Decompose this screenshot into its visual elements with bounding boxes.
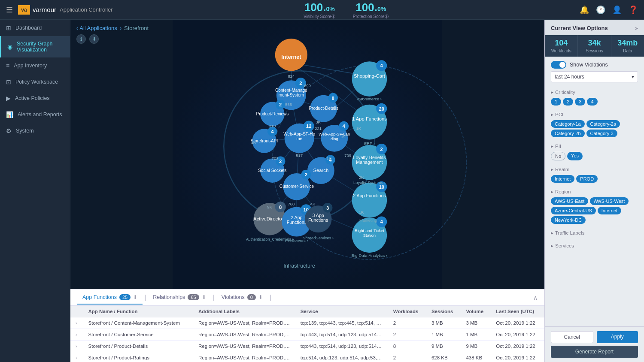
info-icon-btn[interactable]: ℹ bbox=[76, 34, 86, 44]
pci-arrow: ▸ bbox=[551, 112, 553, 118]
realm-chip-internet[interactable]: Internet bbox=[551, 175, 574, 183]
sidebar-item-dashboard[interactable]: ⊞ Dashboard bbox=[0, 20, 70, 36]
tab-app-functions[interactable]: App Functions 25 ⬇ bbox=[77, 291, 143, 305]
breadcrumb-all-apps[interactable]: ‹ All Applications bbox=[76, 25, 117, 31]
expand-btn[interactable]: › bbox=[70, 341, 83, 352]
pci-chip-cat3[interactable]: Category-3 bbox=[586, 130, 617, 137]
breadcrumb-current: Storefront bbox=[124, 25, 149, 31]
bell-icon[interactable]: 🔔 bbox=[580, 5, 589, 15]
bottom-panel-close[interactable]: ∧ bbox=[533, 294, 538, 301]
sidebar-item-alerts-reports[interactable]: 📊 Alerts and Reports bbox=[0, 106, 70, 123]
svg-text:Search: Search bbox=[313, 168, 329, 173]
pci-chip-cat2b[interactable]: Category-2b bbox=[551, 130, 585, 137]
download-icon-btn[interactable]: ⬇ bbox=[89, 34, 99, 44]
col-workloads[interactable]: Workloads bbox=[388, 306, 426, 317]
pii-label: PII bbox=[555, 144, 561, 149]
expand-btn[interactable]: › bbox=[70, 329, 83, 341]
cell-workloads: 2 bbox=[388, 352, 426, 362]
cell-labels: Region=AWS-US-West, Realm=PROD, Critical… bbox=[193, 341, 295, 352]
pci-header[interactable]: ▸ PCI bbox=[551, 112, 638, 118]
tab-violations[interactable]: Violations 0 ⬇ bbox=[216, 291, 268, 305]
services-header[interactable]: ▸ Services bbox=[551, 243, 638, 249]
cell-sessions: 9 MB bbox=[426, 341, 461, 352]
cell-service: tcp:514, udp:123, udp:514, udp:53, udp:8… bbox=[295, 352, 388, 362]
criticality-chip-1[interactable]: 1 bbox=[551, 98, 561, 106]
tab-relationships-label: Relationships bbox=[153, 294, 185, 300]
help-icon[interactable]: ❓ bbox=[629, 5, 638, 15]
region-chip-newyork[interactable]: NewYork-DC bbox=[551, 216, 586, 224]
download-tab-icon-3[interactable]: ⬇ bbox=[258, 294, 263, 300]
stat-sessions[interactable]: 34k Sessions bbox=[578, 35, 611, 57]
col-last-seen[interactable]: Last Seen (UTC) bbox=[491, 306, 544, 317]
menu-icon[interactable]: ☰ bbox=[6, 5, 13, 15]
time-dropdown[interactable]: last 24 hours ▾ bbox=[551, 71, 638, 82]
sidebar-label-system: System bbox=[16, 128, 34, 134]
download-tab-icon-2[interactable]: ⬇ bbox=[202, 294, 206, 300]
table-row[interactable]: › Storefront / Content-Management-System… bbox=[70, 317, 544, 329]
table-row[interactable]: › Storefront / Product-Details Region=AW… bbox=[70, 341, 544, 352]
expand-icon[interactable]: » bbox=[635, 25, 638, 31]
criticality-header[interactable]: ▸ Criticality bbox=[551, 89, 638, 95]
pci-chip-cat2a[interactable]: Category-2a bbox=[586, 120, 620, 128]
generate-report-button[interactable]: Generate Report bbox=[551, 346, 638, 358]
clock-icon[interactable]: 🕐 bbox=[596, 5, 605, 15]
sidebar-item-app-inventory[interactable]: ≡ App Inventory bbox=[0, 57, 70, 74]
svg-text:3K: 3K bbox=[316, 120, 321, 124]
table-row[interactable]: › Storefront / Customer-Service Region=A… bbox=[70, 329, 544, 341]
pci-chip-cat1a[interactable]: Category-1a bbox=[551, 120, 585, 128]
criticality-chip-2[interactable]: 2 bbox=[563, 98, 573, 106]
stat-data[interactable]: 34mb Data bbox=[611, 35, 644, 57]
pii-header[interactable]: ▸ PII bbox=[551, 143, 638, 149]
graph-section: ‹ All Applications › Storefront ℹ ⬇ bbox=[70, 20, 544, 289]
tab-relationships-count: 65 bbox=[188, 294, 199, 300]
region-chip-aws-east[interactable]: AWS-US-East bbox=[551, 197, 588, 205]
realm-chip-prod[interactable]: PROD bbox=[576, 175, 598, 183]
realm-header[interactable]: ▸ Realm bbox=[551, 166, 638, 172]
svg-text:824: 824 bbox=[288, 74, 295, 78]
cell-sessions: 1 MB bbox=[426, 329, 461, 341]
region-chip-internet[interactable]: Internet bbox=[598, 207, 621, 214]
col-app-name[interactable]: App Name / Function bbox=[83, 306, 194, 317]
criticality-chip-4[interactable]: 4 bbox=[587, 98, 597, 106]
stats-row: 104 Workloads 34k Sessions 34mb Data bbox=[545, 35, 644, 57]
violations-toggle[interactable] bbox=[551, 61, 566, 69]
download-tab-icon[interactable]: ⬇ bbox=[133, 294, 137, 300]
toggle-knob bbox=[559, 62, 565, 68]
region-chip-aws-west[interactable]: AWS-US-West bbox=[590, 197, 629, 205]
sidebar-item-security-graph[interactable]: ◉ Security Graph Visualization bbox=[0, 36, 70, 57]
svg-text:Management: Management bbox=[356, 160, 383, 165]
svg-text:2: 2 bbox=[279, 159, 282, 164]
cell-labels: Region=AWS-US-West, Realm=PROD, Critical… bbox=[193, 317, 295, 329]
col-service[interactable]: Service bbox=[295, 306, 388, 317]
sidebar-item-system[interactable]: ⚙ System bbox=[0, 123, 70, 139]
user-icon[interactable]: 👤 bbox=[612, 5, 622, 15]
col-sessions[interactable]: Sessions bbox=[426, 306, 461, 317]
expand-btn[interactable]: › bbox=[70, 352, 83, 362]
traffic-labels-header[interactable]: ▸ Traffic Labels bbox=[551, 230, 638, 236]
sidebar-item-active-policies[interactable]: ▶ Active Policies bbox=[0, 90, 70, 106]
criticality-chip-3[interactable]: 3 bbox=[575, 98, 585, 106]
col-volume[interactable]: Volume bbox=[461, 306, 491, 317]
svg-text:8: 8 bbox=[279, 205, 282, 210]
visibility-score-block: 100.0% Visibility Score🛈 bbox=[304, 1, 336, 19]
cancel-button[interactable]: Cancel bbox=[551, 331, 593, 343]
tab-relationships[interactable]: Relationships 65 ⬇ bbox=[148, 291, 211, 305]
pii-chip-yes[interactable]: Yes bbox=[567, 152, 583, 160]
expand-btn[interactable]: › bbox=[70, 317, 83, 329]
region-header[interactable]: ▸ Region bbox=[551, 189, 638, 195]
col-labels[interactable]: Additional Labels bbox=[193, 306, 295, 317]
apply-button[interactable]: Apply bbox=[597, 331, 638, 343]
sidebar-item-policy-workspace[interactable]: ⊡ Policy Workspace bbox=[0, 74, 70, 90]
right-panel-scroll: Show Violations last 24 hours ▾ ▸ Critic… bbox=[545, 57, 644, 326]
table-row[interactable]: › Storefront / Product-Ratings Region=AW… bbox=[70, 352, 544, 362]
alerts-reports-icon: 📊 bbox=[6, 111, 13, 118]
pii-chip-no[interactable]: No bbox=[551, 152, 565, 160]
stat-workloads[interactable]: 104 Workloads bbox=[545, 35, 578, 57]
sidebar-label-app-inventory: App Inventory bbox=[14, 63, 47, 69]
pci-chips: Category-1a Category-2a Category-2b Cate… bbox=[551, 120, 638, 137]
services-section: ▸ Services bbox=[545, 240, 644, 253]
realm-arrow: ▸ bbox=[551, 166, 553, 172]
region-chip-azure[interactable]: Azure-Central-US bbox=[551, 207, 596, 214]
svg-text:1K: 1K bbox=[359, 210, 364, 214]
traffic-labels-label: Traffic Labels bbox=[555, 230, 584, 235]
